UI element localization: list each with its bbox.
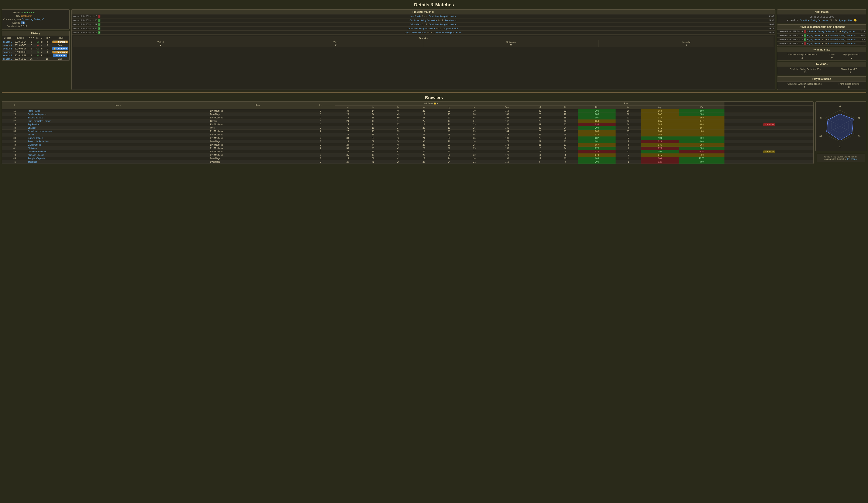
away-team[interactable]: Cthulhiner Swing Orchestra [828, 34, 856, 37]
home-team[interactable]: Goblin State Warriors [405, 31, 426, 34]
brawler-badge [724, 119, 814, 123]
home-team[interactable]: Flying sickles [807, 38, 820, 41]
league-badge[interactable]: Iα [21, 21, 25, 24]
brawler-to: 39 [360, 140, 385, 143]
away-team[interactable]: Cthulhiner Swing Orchestra [828, 38, 856, 41]
brawler-kf: 10 [552, 119, 578, 123]
next-match-away-team[interactable]: Flying sickles [838, 19, 852, 22]
away-team[interactable]: Cthulhiner Swing Orchestra [434, 31, 461, 34]
brawler-name[interactable]: Lord Farbert the Farther [27, 119, 209, 123]
brawler-name[interactable]: Chicken Parmesan [27, 150, 209, 154]
brawler-name[interactable]: Erasmo da Rottenbarn [27, 140, 209, 143]
brawler-name[interactable]: Sbrislòna [27, 147, 209, 150]
brawler-kf: 32 [552, 109, 578, 113]
brawler-sum: 142 [487, 119, 527, 123]
match-teams: Flying sickles 2 – 8 Cthulhiner Swing Or… [807, 34, 856, 37]
match-teams: Cthulhiner Swing Orchestra 9 – 1 Fantabo… [101, 19, 765, 22]
stat-cell: 0.86 [679, 123, 724, 126]
history-result: ⬆ Promoted [51, 54, 70, 57]
next-match-season: season 6, Iα [787, 19, 798, 21]
home-team[interactable]: O'Brawlers [410, 23, 421, 26]
match-row: season 6, Iα 2019-11-15 - Lard Bards 5 –… [72, 14, 775, 19]
stat-cell: 0.73 [578, 133, 616, 136]
col-kfp: kfp [578, 105, 616, 109]
col-ag: ag [436, 105, 462, 109]
home-team[interactable]: Flying sickles [807, 42, 820, 45]
result-badge: 🥉 Runnerup [52, 41, 68, 43]
brawler-name[interactable]: Gunkan Tataki II [27, 136, 209, 140]
score: 3 – 5 [822, 38, 827, 41]
brawler-num: 41 [2, 147, 27, 150]
brawler-lvl: 1 [307, 109, 335, 113]
home-team[interactable]: Lard Bards [410, 15, 421, 18]
stat-cell: 2.00 [679, 113, 724, 116]
radar-chart: st to he sp ag al [818, 104, 862, 148]
brawler-he: 41 [385, 133, 411, 136]
away-team[interactable]: Cthulhiner Swing Orchestra [429, 15, 456, 18]
svg-text:ag: ag [819, 135, 822, 137]
brawler-al: 25 [462, 126, 487, 130]
brawler-row: 33 Gianclaudio Vandammene Evil Mouflons … [2, 130, 814, 133]
brawler-name[interactable]: Salama da sugo [27, 116, 209, 119]
match-season: season 6, Iα 2019-10-18 [73, 31, 97, 34]
stat-cell: 0.55 [641, 133, 679, 136]
brawler-name[interactable]: Sandy McSlapnado [27, 113, 209, 116]
home-team[interactable]: Cthulhiner Swing Orchestra [807, 30, 834, 33]
brawler-badge [724, 113, 814, 116]
history-row: season 2 2019-03-08 3 ↑6 Iα 3 🥉 Runnerup [2, 50, 70, 54]
home-team[interactable]: Flying sickles [807, 34, 820, 37]
prev-opponent-panel: Previous matches with next opponent seas… [777, 24, 866, 46]
brawler-name[interactable]: Caciomuflone [27, 143, 209, 147]
match-row: season 6, Iα 2019-10-25 + Cthulhiner Swi… [72, 27, 775, 31]
home-team[interactable]: Cthulhiner Swing Orchestra [408, 27, 435, 30]
district-value: Goblin Slums [21, 11, 35, 14]
history-lr: 5 [43, 43, 51, 47]
brawler-pl: 32 [527, 123, 552, 126]
away-team[interactable]: Cthulhiner Swing Orchestra [429, 23, 456, 26]
match-time: 2'830 [765, 19, 774, 22]
history-l: F. [40, 54, 43, 57]
brawler-name[interactable]: Trip Fondue [27, 123, 209, 126]
next-match-panel: Next match Lineup, 2019-11-19 14:00 seas… [777, 9, 866, 23]
brawler-race: Goblins [209, 119, 307, 123]
league-link[interactable]: its League [847, 158, 857, 160]
brawler-kf: 13 [552, 143, 578, 147]
brawler-to: 20 [360, 147, 385, 150]
stat-cell: 0.92 [641, 150, 679, 154]
away-team[interactable]: Flying sickles [842, 30, 856, 33]
match-time: 1'121 [856, 42, 865, 45]
brawler-name[interactable]: Frank Pastel [27, 109, 209, 113]
away-team[interactable]: Fantabosco [445, 19, 456, 22]
home-team[interactable]: Cthulhiner Swing Orchestra [410, 19, 437, 22]
col-name: Name [27, 102, 209, 109]
brawler-sum: 180 [487, 136, 527, 140]
brawler-name[interactable]: Gianclaudio Vandammene [27, 130, 209, 133]
winning-away-value: 2 [837, 56, 866, 60]
played-at-home-header: Played at home [777, 77, 866, 82]
winning-stats-panel: Winning stats Cthulhiner Swing Orchestra… [777, 47, 866, 61]
brawler-name[interactable]: Zpakkulo [27, 126, 209, 130]
brawler-name[interactable]: Treppiedi [27, 160, 209, 164]
stat-cell: 2.67 [679, 126, 724, 130]
next-match-home-team[interactable]: Cthulhiner Swing Orchestra [800, 19, 828, 22]
brawler-al: 35 [462, 147, 487, 150]
league-label: League [3, 21, 20, 24]
svg-text:to: to [858, 116, 860, 119]
brawler-race: Evil Mouflons [209, 147, 307, 150]
away-team[interactable]: Cthulhiner Swing Orchestra [828, 42, 856, 45]
brawler-badge [724, 154, 814, 157]
brawler-name[interactable]: Trappista Teppista [27, 157, 209, 160]
prev-opponent-header: Previous matches with next opponent [777, 25, 866, 30]
brawler-name[interactable]: Anvein [27, 133, 209, 136]
brawler-he: 41 [385, 154, 411, 157]
history-l: Iα [40, 43, 43, 47]
brawler-st: 30 [335, 109, 360, 113]
brawler-name[interactable]: Mac and Cheese [27, 154, 209, 157]
stat-cell: 1.09 [578, 126, 616, 130]
history-result: Safe [51, 43, 70, 47]
brawler-lvl: 2 [307, 130, 335, 133]
brawler-al: 16 [462, 140, 487, 143]
score: 5 – 4 [422, 15, 427, 18]
streak-value: 0 [424, 43, 598, 46]
away-team[interactable]: Cinghiali Paffuti [443, 27, 458, 30]
